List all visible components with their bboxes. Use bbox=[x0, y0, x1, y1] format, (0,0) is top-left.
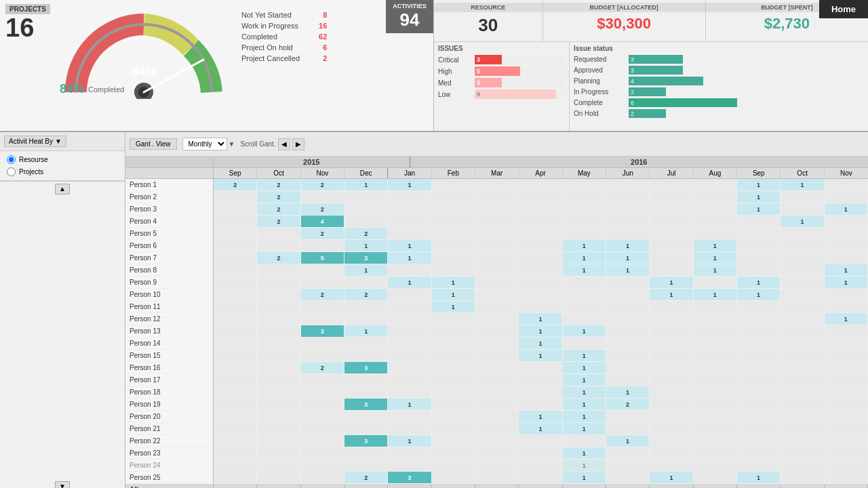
issue-critical-row: Critical 3 bbox=[438, 55, 565, 64]
scroll-up-button[interactable]: ▲ bbox=[55, 184, 70, 195]
month-feb16: Feb bbox=[432, 168, 475, 178]
month-oct16: Oct bbox=[781, 168, 824, 178]
person-row: Person 17 bbox=[125, 374, 213, 386]
gantt-row-person23: 1 bbox=[214, 447, 868, 460]
gantt-row-person1: 2 2 2 1 1 bbox=[214, 179, 868, 191]
gantt-row-person8: 1 1 1 1 1 bbox=[214, 264, 868, 277]
stat-wip: Work in Progress 16 bbox=[241, 22, 327, 30]
month-nov16: Nov bbox=[825, 168, 868, 178]
year-2016: 2016 bbox=[410, 157, 868, 167]
scroll-left-button[interactable]: ◀ bbox=[278, 138, 290, 150]
person-row: Person 11 bbox=[125, 301, 213, 313]
scroll-right-button[interactable]: ▶ bbox=[292, 138, 304, 150]
person-row: Person 15 bbox=[125, 350, 213, 362]
resource-panel: RESOURCE 30 bbox=[434, 0, 543, 41]
issue-onhold-row: On Hold 2 bbox=[574, 109, 864, 118]
person-row: Person 19 bbox=[125, 399, 213, 411]
month-apr16: Apr bbox=[519, 168, 562, 178]
person-row: Person 1 bbox=[125, 179, 213, 191]
month-jul16: Jul bbox=[650, 168, 693, 178]
month-sep15: Sep bbox=[214, 168, 257, 178]
stat-cancelled: Project Cancelled 2 bbox=[241, 54, 327, 62]
month-nov15: Nov bbox=[301, 168, 344, 178]
gantt-row-person24: 1 bbox=[214, 460, 868, 472]
projects-label: PROJECTS bbox=[5, 4, 50, 14]
person-row: Person 23 bbox=[125, 447, 213, 460]
issue-high-row: High 5 bbox=[438, 66, 565, 76]
year-2015: 2015 bbox=[214, 157, 410, 167]
projects-count: 16 bbox=[5, 14, 50, 43]
month-oct15: Oct bbox=[257, 168, 300, 178]
radio-projects[interactable]: Projects bbox=[7, 167, 118, 176]
person-row: Person 10 bbox=[125, 289, 213, 301]
gauge-pct-label: 84% Completed bbox=[60, 82, 124, 96]
person-row: Person 3 bbox=[125, 203, 213, 216]
radio-resource[interactable]: Resourse bbox=[7, 155, 118, 164]
issue-med-row: Med 3 bbox=[438, 78, 565, 87]
stat-on-hold: Project On hold 6 bbox=[241, 43, 327, 52]
gantt-row-person11: 1 bbox=[214, 301, 868, 313]
budget-allocated-panel: BUDGET [ALLOCATED] $30,300 bbox=[543, 0, 706, 41]
month-may16: May bbox=[563, 168, 606, 178]
person-row: Person 13 bbox=[125, 325, 213, 338]
person-row: Person 8 bbox=[125, 264, 213, 277]
month-sep16: Sep bbox=[737, 168, 781, 178]
person-row: Person 4 bbox=[125, 216, 213, 228]
gantt-row-person6: 1 1 1 1 1 bbox=[214, 240, 868, 252]
stat-not-started: Not Yet Started 8 bbox=[241, 11, 327, 19]
issue-complete-row: Complete 6 bbox=[574, 98, 864, 107]
person-row: Person 20 bbox=[125, 411, 213, 423]
month-dec15: Dec bbox=[344, 168, 388, 178]
person-row: Person 6 bbox=[125, 240, 213, 252]
gantt-row-person12: 1 1 bbox=[214, 313, 868, 325]
gantt-row-person3: 2 2 1 bbox=[214, 203, 868, 216]
month-aug16: Aug bbox=[694, 168, 737, 178]
person-row: Person 5 bbox=[125, 228, 213, 240]
gantt-row-person21: 1 1 bbox=[214, 423, 868, 435]
issue-status-title: Issue status bbox=[574, 45, 864, 52]
gauge-chart: 84% 84% Completed bbox=[56, 4, 232, 99]
gantt-row-person5: 2 2 bbox=[214, 228, 868, 240]
issues-title: ISSUES bbox=[438, 45, 565, 52]
gantt-row-person14: 1 bbox=[214, 338, 868, 350]
person-row: Person 12 bbox=[125, 313, 213, 325]
gantt-row-person7: 2 5 3 1 1 1 1 bbox=[214, 252, 868, 264]
gantt-row-person17: 1 bbox=[214, 374, 868, 386]
gantt-row-person15: 1 1 bbox=[214, 350, 868, 362]
scroll-down-button[interactable]: ▼ bbox=[55, 481, 70, 488]
issue-requested-row: Requested 3 bbox=[574, 55, 864, 64]
person-row: Person 14 bbox=[125, 338, 213, 350]
person-row: Person 21 bbox=[125, 423, 213, 435]
svg-text:84%: 84% bbox=[132, 64, 156, 78]
home-button[interactable]: Home bbox=[819, 0, 868, 18]
issue-approved-row: Approved 3 bbox=[574, 66, 864, 75]
person-row: Person 7 bbox=[125, 252, 213, 264]
gantt-row-person2: 2 1 bbox=[214, 191, 868, 203]
gantt-row-person18: 1 1 bbox=[214, 386, 868, 399]
month-jan16: Jan bbox=[388, 168, 431, 178]
gantt-row-person20: 1 1 bbox=[214, 411, 868, 423]
issue-planning-row: Planning 4 bbox=[574, 77, 864, 85]
person-row: Person 16 bbox=[125, 362, 213, 374]
gantt-row-person19: 3 1 1 2 bbox=[214, 399, 868, 411]
gantt-row-all: 2 10 22 22 10 2 2 6 16 9 5 bbox=[214, 484, 868, 488]
gantt-row-person9: 1 1 1 1 1 bbox=[214, 277, 868, 289]
issue-inprogress-row: In Progress 2 bbox=[574, 87, 864, 96]
gantt-row-person13: 3 1 1 1 bbox=[214, 325, 868, 338]
month-jun16: Jun bbox=[606, 168, 650, 178]
gant-view-button[interactable]: Gant . View bbox=[130, 138, 177, 150]
gantt-row-person10: 2 2 1 1 1 1 bbox=[214, 289, 868, 301]
issue-low-row: Low 9 bbox=[438, 89, 565, 99]
activities-panel: ACTIVITIES 94 bbox=[386, 0, 433, 33]
scroll-gant-label: Scroll Gant. bbox=[240, 140, 275, 148]
person-row: Person 2 bbox=[125, 191, 213, 203]
gantt-row-person16: 2 3 1 bbox=[214, 362, 868, 374]
activity-heat-by-button[interactable]: Activit Heat By ▼ bbox=[4, 136, 66, 147]
stat-completed: Completed 62 bbox=[241, 33, 327, 41]
person-row: Person 25 bbox=[125, 472, 213, 484]
gantt-row-person4: 2 4 bbox=[214, 216, 868, 228]
gantt-row-person25: 2 3 1 1 1 bbox=[214, 472, 868, 484]
monthly-select[interactable]: Monthly Weekly Daily bbox=[182, 138, 227, 150]
person-row: Person 18 bbox=[125, 386, 213, 399]
person-row: Person 24 bbox=[125, 460, 213, 472]
